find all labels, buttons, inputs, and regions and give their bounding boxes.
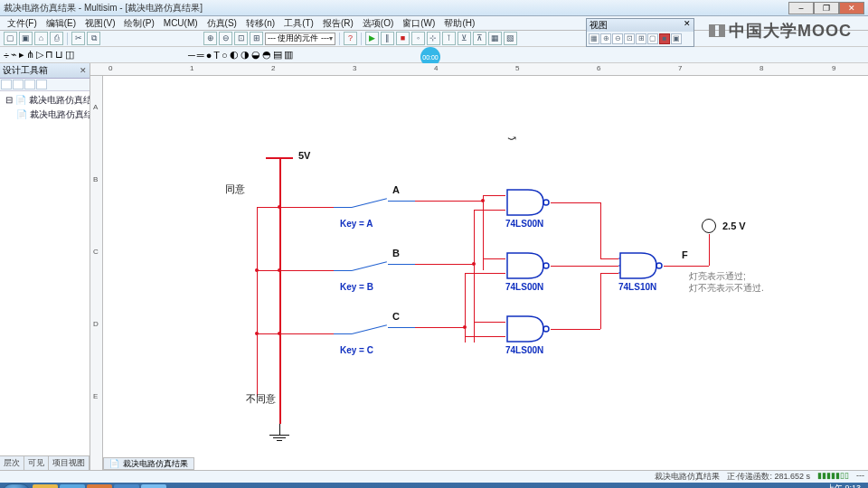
step-button[interactable]: ◦ [411,32,425,45]
pause-button[interactable]: ‖ [381,32,394,45]
task-browser[interactable]: 🌐 [60,484,85,488]
wire [600,273,601,329]
view-tool-2[interactable]: ⊕ [600,33,611,44]
component-combo[interactable]: --- 使用的元件 --- [265,33,335,45]
place-junction[interactable]: ● [206,50,212,61]
maximize-button[interactable]: ❐ [814,2,839,14]
comp-cmos[interactable]: ⊔ [55,49,63,61]
menu-view[interactable]: 视图(V) [81,17,118,30]
task-app2[interactable]: Ⓦ [114,484,139,488]
close-button[interactable]: ✕ [839,2,864,14]
menu-simulate[interactable]: 仿真(S) [203,17,241,30]
sheet-tab[interactable]: 📄 裁决电路仿真结果 [103,457,194,470]
menu-help[interactable]: 帮助(H) [440,17,478,30]
tool-e[interactable]: ▦ [488,32,502,45]
menu-place[interactable]: 绘制(P) [120,17,157,30]
place-f[interactable]: ▤ [273,49,282,61]
comp-diode[interactable]: ▸ [19,49,24,61]
nand-gate-3[interactable] [505,314,551,343]
place-text[interactable]: T [213,50,220,61]
comp-analog[interactable]: ▷ [36,49,43,61]
place-wire[interactable]: ─ [188,50,195,61]
comp-ttl[interactable]: ⊓ [45,49,53,61]
zoom-out-button[interactable]: ⊖ [219,32,232,45]
tool-f[interactable]: ▧ [504,32,517,45]
tab-hierarchy[interactable]: 层次 [0,456,24,470]
tab-project[interactable]: 项目视图 [49,456,90,470]
place-a[interactable]: ○ [222,50,228,61]
tool-d[interactable]: ⊼ [473,32,486,45]
start-button[interactable] [2,483,31,488]
view-floating-panel[interactable]: 视图✕ ▦ ⊕ ⊖ ⊡ ⊞ ▢ ■ ▣ [586,18,694,47]
view-tool-7[interactable]: ■ [659,33,670,44]
minimize-button[interactable]: – [788,2,814,14]
open-button[interactable]: ▣ [19,32,33,45]
status-extra: --- [856,471,864,483]
task-explorer[interactable]: 📁 [33,484,58,488]
copy-button[interactable]: ⧉ [87,32,100,45]
nand3-gate[interactable] [618,251,664,280]
menu-window[interactable]: 窗口(W) [399,17,439,30]
tool-a[interactable]: ⊹ [427,32,440,45]
tool-c[interactable]: ⊻ [458,32,471,45]
schematic-canvas[interactable]: 5V 同意 不同意 [103,76,868,470]
zoom-fit-button[interactable]: ⊡ [234,32,248,45]
place-e[interactable]: ◓ [262,49,271,61]
print-button[interactable]: ⎙ [50,32,63,45]
menu-transfer[interactable]: 转移(n) [242,17,278,30]
place-g[interactable]: ▥ [284,49,293,61]
comp-source[interactable]: ÷ [4,50,9,61]
tree-tool-3[interactable] [24,80,35,89]
nand-gate-1[interactable] [505,188,551,217]
tree-child[interactable]: 📄 裁决电路仿真结果 [2,108,88,122]
menu-tools[interactable]: 工具(T) [280,17,317,30]
tool-b[interactable]: ⊺ [442,32,456,45]
view-tool-6[interactable]: ▢ [647,33,658,44]
place-bus[interactable]: ═ [197,50,204,61]
tree-tool-4[interactable] [36,80,47,89]
zoom-in-button[interactable]: ⊕ [203,32,217,45]
help-button[interactable]: ? [344,32,357,45]
menu-options[interactable]: 选项(O) [359,17,397,30]
probe-indicator[interactable] [702,219,716,233]
menu-mcu[interactable]: MCU(M) [160,18,202,28]
comp-basic[interactable]: ⌁ [11,49,17,61]
taskbar-clock[interactable]: 上午 9:13 2019/7/19 星期五 [797,484,866,488]
tree-tool-1[interactable] [1,80,12,89]
comp-misc[interactable]: ◫ [65,49,74,61]
wire [334,333,352,334]
run-button[interactable]: ▶ [365,32,379,45]
nand-gate-2[interactable] [505,251,551,280]
tab-visible[interactable]: 可见 [24,456,49,470]
task-multisim[interactable]: ▶ [141,484,166,488]
float-panel-close[interactable]: ✕ [684,19,691,32]
menu-reports[interactable]: 报告(R) [319,17,357,30]
view-tool-4[interactable]: ⊡ [624,33,635,44]
switch-b[interactable] [352,261,387,271]
place-d[interactable]: ◒ [251,49,260,61]
zoom-area-button[interactable]: ⊞ [250,32,263,45]
tree-tool-2[interactable] [13,80,24,89]
stop-button[interactable]: ■ [396,32,410,45]
cut-button[interactable]: ✂ [71,32,85,45]
gate3-label: 74LS00N [505,345,543,355]
menu-edit[interactable]: 编辑(E) [42,17,80,30]
new-button[interactable]: ▢ [4,32,17,45]
view-tool-8[interactable]: ▣ [671,33,682,44]
menu-file[interactable]: 文件(F) [4,17,41,30]
task-app1[interactable]: 🟧 [87,484,112,488]
view-tool-1[interactable]: ▦ [589,33,599,44]
switch-c[interactable] [352,324,387,334]
status-file: 裁决电路仿真结果 [655,471,720,483]
place-b[interactable]: ◐ [230,49,239,61]
view-tool-3[interactable]: ⊖ [612,33,623,44]
place-c[interactable]: ◑ [241,49,250,61]
switch-a[interactable] [352,198,387,208]
view-tool-5[interactable]: ⊞ [636,33,646,44]
tree-root[interactable]: ⊟ 📄 裁决电路仿真结果 [2,93,88,108]
design-tree[interactable]: ⊟ 📄 裁决电路仿真结果 📄 裁决电路仿真结果 [0,91,90,455]
save-button[interactable]: ⌂ [34,32,48,45]
comp-transistor[interactable]: ⋔ [26,49,34,61]
vcc-label: 5V [298,150,310,161]
panel-close[interactable]: ✕ [80,66,87,75]
